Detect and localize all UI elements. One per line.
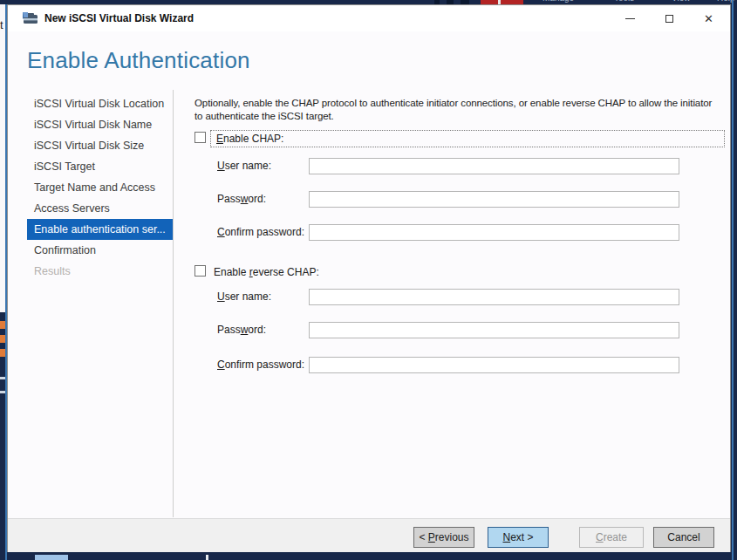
enable-chap-label: Enable CHAP: <box>216 132 283 147</box>
minimize-icon <box>625 18 635 19</box>
wizard-dialog: New iSCSI Virtual Disk Wizard ✕ Enable A… <box>7 4 731 552</box>
reverse-chap-password-label: Password: <box>217 322 266 338</box>
background-menu-fragment: Manage <box>543 0 574 3</box>
enable-reverse-chap-label: Enable reverse CHAP: <box>214 265 319 280</box>
background-menu-fragment: Tools <box>614 0 634 3</box>
reverse-chap-confirm-password-label: Confirm password: <box>217 357 304 373</box>
reverse-chap-user-name-input[interactable] <box>309 289 679 305</box>
sidebar-item-iscsi-virtual-disk-name[interactable]: iSCSI Virtual Disk Name <box>27 114 173 135</box>
cancel-button[interactable]: Cancel <box>653 527 714 548</box>
instruction-text: Optionally, enable the CHAP protocol to … <box>194 97 716 123</box>
next-button[interactable]: Next > <box>488 527 549 548</box>
create-button: Create <box>579 527 644 548</box>
wizard-steps: iSCSI Virtual Disk LocationiSCSI Virtual… <box>27 93 173 282</box>
minimize-button[interactable] <box>611 5 650 31</box>
wizard-icon <box>23 11 38 24</box>
background-text-fragment: t <box>0 18 3 31</box>
maximize-button[interactable] <box>650 5 689 31</box>
enable-chap-checkbox[interactable] <box>194 132 206 143</box>
chap-user-name-input[interactable] <box>309 158 679 174</box>
background-menu-fragment: View <box>672 0 691 3</box>
sidebar-item-access-servers[interactable]: Access Servers <box>27 198 173 219</box>
close-icon: ✕ <box>704 13 713 24</box>
close-button[interactable]: ✕ <box>689 5 728 31</box>
reverse-chap-password-input[interactable] <box>309 322 679 338</box>
maximize-icon <box>665 15 673 23</box>
reverse-chap-user-name-row: User name: <box>194 289 725 305</box>
focus-rectangle: Enable CHAP: <box>210 130 725 147</box>
chap-user-name-label: User name: <box>217 158 271 174</box>
sidebar-item-iscsi-target[interactable]: iSCSI Target <box>27 156 173 177</box>
enable-reverse-chap-checkbox[interactable] <box>194 265 206 277</box>
reverse-chap-password-row: Password: <box>194 322 725 338</box>
chap-password-input[interactable] <box>309 191 679 208</box>
chap-confirm-password-row: Confirm password: <box>194 224 725 241</box>
chap-confirm-password-input[interactable] <box>309 224 679 241</box>
sidebar-item-iscsi-virtual-disk-location[interactable]: iSCSI Virtual Disk Location <box>27 93 173 114</box>
chap-password-label: Password: <box>217 191 266 208</box>
background-bottom-strip <box>0 552 737 560</box>
enable-reverse-chap-row: Enable reverse CHAP: <box>194 263 725 281</box>
page-title: Enable Authentication <box>27 47 250 74</box>
background-taskbar-fragment <box>35 555 68 560</box>
sidebar-item-results: Results <box>27 261 173 282</box>
enable-chap-row: Enable CHAP: <box>194 130 725 147</box>
chap-password-row: Password: <box>194 191 725 208</box>
sidebar-item-enable-authentication-ser[interactable]: Enable authentication ser... <box>27 219 173 240</box>
content-pane: Optionally, enable the CHAP protocol to … <box>194 97 725 517</box>
background-tick-fragment <box>206 555 208 560</box>
sidebar-item-target-name-and-access[interactable]: Target Name and Access <box>27 177 173 198</box>
parent-window-border-right <box>732 0 734 560</box>
sidebar-item-iscsi-virtual-disk-size[interactable]: iSCSI Virtual Disk Size <box>27 135 173 156</box>
titlebar[interactable]: New iSCSI Virtual Disk Wizard ✕ <box>8 5 730 31</box>
previous-button[interactable]: < Previous <box>413 527 474 548</box>
steps-separator <box>173 90 174 517</box>
sidebar-item-confirmation[interactable]: Confirmation <box>27 240 173 261</box>
reverse-chap-confirm-password-input[interactable] <box>309 357 679 373</box>
chap-confirm-password-label: Confirm password: <box>217 224 304 241</box>
window-title: New iSCSI Virtual Disk Wizard <box>44 5 194 31</box>
window-controls: ✕ <box>611 5 728 31</box>
reverse-chap-confirm-password-row: Confirm password: <box>194 357 725 373</box>
chap-user-name-row: User name: <box>194 158 725 174</box>
reverse-chap-user-name-label: User name: <box>217 289 271 305</box>
